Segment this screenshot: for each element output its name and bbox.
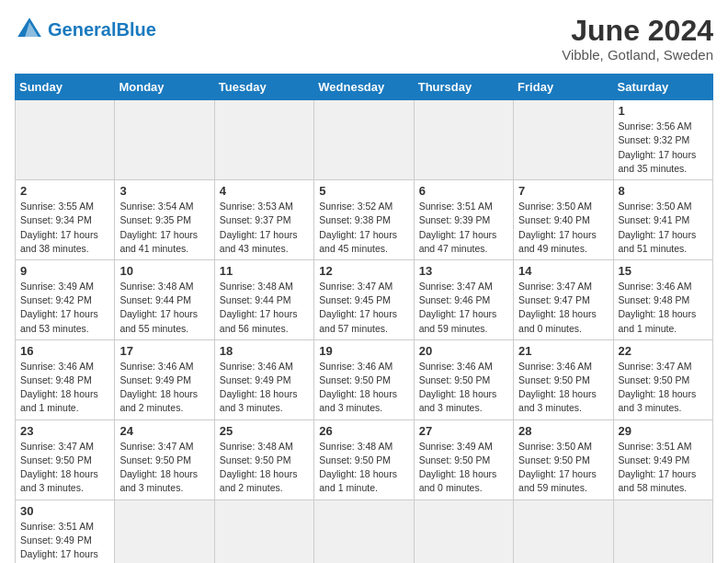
day-cell: 10Sunrise: 3:48 AM Sunset: 9:44 PM Dayli… <box>115 259 214 339</box>
day-cell: 12Sunrise: 3:47 AM Sunset: 9:45 PM Dayli… <box>314 259 414 339</box>
day-cell: 18Sunrise: 3:46 AM Sunset: 9:49 PM Dayli… <box>214 339 313 419</box>
day-cell: 1Sunrise: 3:56 AM Sunset: 9:32 PM Daylig… <box>613 100 712 180</box>
day-cell: 6Sunrise: 3:51 AM Sunset: 9:39 PM Daylig… <box>414 180 513 260</box>
day-number: 6 <box>419 184 508 198</box>
day-number: 4 <box>220 184 309 198</box>
day-cell <box>214 100 313 180</box>
day-info: Sunrise: 3:46 AM Sunset: 9:48 PM Dayligh… <box>619 280 708 336</box>
day-number: 12 <box>319 264 408 278</box>
day-info: Sunrise: 3:51 AM Sunset: 9:39 PM Dayligh… <box>419 200 508 256</box>
day-cell: 15Sunrise: 3:46 AM Sunset: 9:48 PM Dayli… <box>613 259 712 339</box>
day-info: Sunrise: 3:51 AM Sunset: 9:49 PM Dayligh… <box>619 440 708 496</box>
day-cell: 22Sunrise: 3:47 AM Sunset: 9:50 PM Dayli… <box>613 339 712 419</box>
day-info: Sunrise: 3:47 AM Sunset: 9:46 PM Dayligh… <box>419 280 508 336</box>
day-info: Sunrise: 3:48 AM Sunset: 9:44 PM Dayligh… <box>220 280 309 336</box>
day-cell <box>514 100 613 180</box>
day-number: 2 <box>20 184 109 198</box>
day-info: Sunrise: 3:46 AM Sunset: 9:50 PM Dayligh… <box>319 360 408 416</box>
day-info: Sunrise: 3:50 AM Sunset: 9:50 PM Dayligh… <box>518 440 608 496</box>
day-number: 16 <box>20 344 109 358</box>
day-cell <box>214 500 313 563</box>
day-cell: 16Sunrise: 3:46 AM Sunset: 9:48 PM Dayli… <box>16 339 115 419</box>
day-cell: 19Sunrise: 3:46 AM Sunset: 9:50 PM Dayli… <box>314 339 414 419</box>
day-cell: 14Sunrise: 3:47 AM Sunset: 9:47 PM Dayli… <box>514 259 613 339</box>
header-day-saturday: Saturday <box>613 75 712 100</box>
day-number: 7 <box>518 184 608 198</box>
day-info: Sunrise: 3:49 AM Sunset: 9:50 PM Dayligh… <box>419 440 508 496</box>
day-info: Sunrise: 3:47 AM Sunset: 9:45 PM Dayligh… <box>319 280 408 336</box>
day-cell <box>314 500 414 563</box>
day-info: Sunrise: 3:48 AM Sunset: 9:44 PM Dayligh… <box>119 280 209 336</box>
day-cell <box>115 100 214 180</box>
day-cell: 30Sunrise: 3:51 AM Sunset: 9:49 PM Dayli… <box>16 500 115 563</box>
logo-general: General <box>48 19 116 40</box>
day-info: Sunrise: 3:47 AM Sunset: 9:50 PM Dayligh… <box>619 360 708 416</box>
day-number: 11 <box>220 264 309 278</box>
day-number: 5 <box>319 184 408 198</box>
header-day-friday: Friday <box>514 75 613 100</box>
week-row-1: 2Sunrise: 3:55 AM Sunset: 9:34 PM Daylig… <box>16 180 713 260</box>
day-cell: 20Sunrise: 3:46 AM Sunset: 9:50 PM Dayli… <box>414 339 513 419</box>
header-row: SundayMondayTuesdayWednesdayThursdayFrid… <box>16 75 713 100</box>
day-number: 23 <box>20 424 109 438</box>
week-row-3: 16Sunrise: 3:46 AM Sunset: 9:48 PM Dayli… <box>16 339 713 419</box>
logo-text: GeneralBlue <box>48 20 156 39</box>
day-cell: 3Sunrise: 3:54 AM Sunset: 9:35 PM Daylig… <box>115 180 214 260</box>
day-cell: 5Sunrise: 3:52 AM Sunset: 9:38 PM Daylig… <box>314 180 414 260</box>
day-info: Sunrise: 3:55 AM Sunset: 9:34 PM Dayligh… <box>20 200 109 256</box>
day-number: 28 <box>518 424 608 438</box>
day-number: 10 <box>119 264 209 278</box>
day-number: 17 <box>119 344 209 358</box>
day-cell <box>16 100 115 180</box>
day-number: 30 <box>20 504 109 518</box>
day-cell <box>414 100 513 180</box>
day-info: Sunrise: 3:46 AM Sunset: 9:49 PM Dayligh… <box>119 360 209 416</box>
week-row-5: 30Sunrise: 3:51 AM Sunset: 9:49 PM Dayli… <box>16 500 713 563</box>
day-number: 18 <box>220 344 309 358</box>
header-day-wednesday: Wednesday <box>314 75 414 100</box>
day-cell: 4Sunrise: 3:53 AM Sunset: 9:37 PM Daylig… <box>214 180 313 260</box>
logo: GeneralBlue <box>15 15 156 44</box>
header-day-thursday: Thursday <box>414 75 513 100</box>
day-info: Sunrise: 3:53 AM Sunset: 9:37 PM Dayligh… <box>220 200 309 256</box>
day-cell: 21Sunrise: 3:46 AM Sunset: 9:50 PM Dayli… <box>514 339 613 419</box>
day-number: 20 <box>419 344 508 358</box>
day-cell: 17Sunrise: 3:46 AM Sunset: 9:49 PM Dayli… <box>115 339 214 419</box>
week-row-4: 23Sunrise: 3:47 AM Sunset: 9:50 PM Dayli… <box>16 419 713 500</box>
day-cell <box>314 100 414 180</box>
day-info: Sunrise: 3:47 AM Sunset: 9:50 PM Dayligh… <box>119 440 209 496</box>
day-number: 29 <box>619 424 708 438</box>
header: GeneralBlue June 2024 Vibble, Gotland, S… <box>15 15 713 63</box>
day-cell: 28Sunrise: 3:50 AM Sunset: 9:50 PM Dayli… <box>514 419 613 500</box>
day-cell: 13Sunrise: 3:47 AM Sunset: 9:46 PM Dayli… <box>414 259 513 339</box>
day-cell <box>613 500 712 563</box>
day-cell: 9Sunrise: 3:49 AM Sunset: 9:42 PM Daylig… <box>16 259 115 339</box>
week-row-2: 9Sunrise: 3:49 AM Sunset: 9:42 PM Daylig… <box>16 259 713 339</box>
day-number: 21 <box>518 344 608 358</box>
day-number: 22 <box>619 344 708 358</box>
day-cell: 26Sunrise: 3:48 AM Sunset: 9:50 PM Dayli… <box>314 419 414 500</box>
day-info: Sunrise: 3:47 AM Sunset: 9:50 PM Dayligh… <box>20 440 109 496</box>
day-cell: 23Sunrise: 3:47 AM Sunset: 9:50 PM Dayli… <box>16 419 115 500</box>
day-number: 25 <box>220 424 309 438</box>
day-cell: 27Sunrise: 3:49 AM Sunset: 9:50 PM Dayli… <box>414 419 513 500</box>
day-cell: 8Sunrise: 3:50 AM Sunset: 9:41 PM Daylig… <box>613 180 712 260</box>
day-number: 1 <box>619 104 708 118</box>
day-number: 15 <box>619 264 708 278</box>
day-info: Sunrise: 3:52 AM Sunset: 9:38 PM Dayligh… <box>319 200 408 256</box>
day-info: Sunrise: 3:46 AM Sunset: 9:50 PM Dayligh… <box>419 360 508 416</box>
day-info: Sunrise: 3:46 AM Sunset: 9:50 PM Dayligh… <box>518 360 608 416</box>
day-number: 8 <box>619 184 708 198</box>
day-number: 24 <box>119 424 209 438</box>
day-info: Sunrise: 3:48 AM Sunset: 9:50 PM Dayligh… <box>319 440 408 496</box>
header-day-tuesday: Tuesday <box>214 75 313 100</box>
day-cell: 25Sunrise: 3:48 AM Sunset: 9:50 PM Dayli… <box>214 419 313 500</box>
title-area: June 2024 Vibble, Gotland, Sweden <box>562 15 713 63</box>
calendar-table: SundayMondayTuesdayWednesdayThursdayFrid… <box>15 74 713 563</box>
day-cell <box>414 500 513 563</box>
week-row-0: 1Sunrise: 3:56 AM Sunset: 9:32 PM Daylig… <box>16 100 713 180</box>
day-number: 14 <box>518 264 608 278</box>
header-day-sunday: Sunday <box>16 75 115 100</box>
day-info: Sunrise: 3:50 AM Sunset: 9:40 PM Dayligh… <box>518 200 608 256</box>
subtitle: Vibble, Gotland, Sweden <box>562 47 713 63</box>
